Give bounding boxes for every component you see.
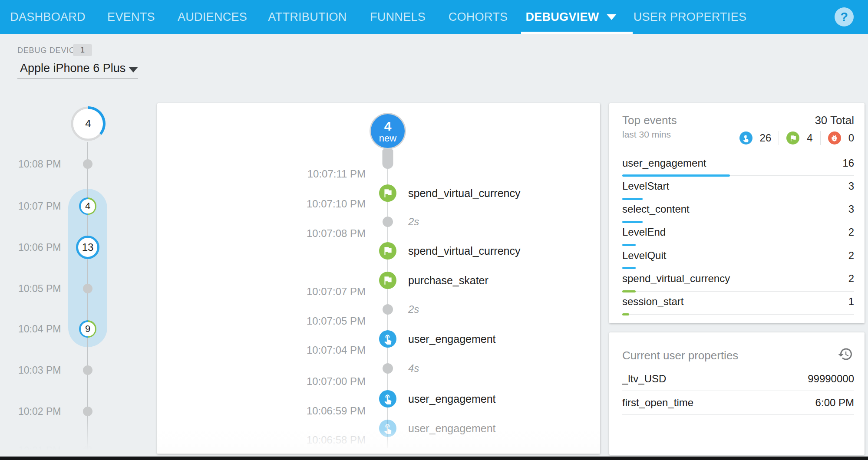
event-stream-panel: 4 new 10:07:11 PMspend_virtual_currency1… [157, 103, 600, 454]
help-icon[interactable]: ? [835, 7, 854, 26]
stream-bottom-fade [157, 430, 600, 454]
rail-time-label: 10:02 PM [18, 405, 75, 417]
tab-label: FUNNELS [370, 10, 426, 24]
rail-minute-dot [83, 365, 92, 375]
history-icon[interactable] [838, 346, 853, 364]
summary-count: 4 [807, 132, 812, 144]
top-event-count: 3 [848, 203, 854, 215]
top-event-count: 16 [842, 157, 854, 169]
active-tab-underline [521, 32, 633, 34]
stream-timestamp: 10:07:05 PM [279, 315, 366, 327]
top-event-row[interactable]: LevelStart3 [622, 176, 854, 199]
event-name[interactable]: purchase_skater [408, 274, 488, 287]
event-name[interactable]: user_engagement [408, 422, 496, 435]
event-type-icon [379, 242, 396, 260]
gap-dot [383, 217, 393, 227]
device-select-value: Apple iPhone 6 Plus [20, 62, 125, 75]
top-events-card: Top events last 30 mins 30 Total 2640 us… [609, 103, 865, 323]
top-event-row[interactable]: select_content3 [622, 199, 854, 222]
flag-icon [382, 245, 393, 256]
rail-minute-dot [83, 446, 92, 455]
top-event-row[interactable]: user_engagement16 [622, 153, 854, 176]
flag-icon [382, 275, 393, 286]
top-event-row[interactable]: LevelQuit2 [622, 245, 854, 268]
stream-timestamp: 10:07:00 PM [279, 375, 366, 388]
window-bottom-edge [0, 457, 868, 460]
rail-minute-count[interactable]: 13 [76, 236, 99, 259]
stream-timestamp: 10:07:11 PM [279, 168, 366, 180]
top-event-name: session_start [622, 296, 683, 308]
user-property-name: first_open_time [622, 397, 693, 409]
rail-minute-dot [83, 159, 92, 169]
top-event-bar [622, 313, 629, 315]
summary-flag-icon [786, 131, 799, 145]
rail-minute-dot [83, 284, 92, 293]
new-events-label: new [379, 133, 396, 143]
user-property-row[interactable]: first_open_time6:00 PM [622, 391, 854, 415]
summary-divider [779, 131, 779, 145]
stream-timestamp: 10:06:58 PM [279, 434, 366, 446]
rail-time-label: 10:04 PM [18, 323, 75, 335]
gap-duration: 2s [408, 303, 419, 315]
tab-audiences[interactable]: AUDIENCES [178, 0, 247, 34]
rail-minute-count-value: 4 [81, 199, 95, 214]
tab-label: EVENTS [107, 10, 155, 24]
top-event-name: user_engagement [622, 157, 706, 169]
user-property-row[interactable]: _ltv_USD99990000 [622, 367, 854, 391]
top-event-count: 2 [848, 273, 854, 285]
top-events-subtitle: last 30 mins [622, 129, 671, 140]
top-event-row[interactable]: spend_virtual_currency2 [622, 268, 854, 291]
top-event-row[interactable]: LevelEnd2 [622, 222, 854, 245]
rail-time-label: 10:03 PM [18, 364, 75, 376]
bug-icon [830, 134, 838, 142]
user-properties-card: Current user properties _ltv_USD99990000… [609, 332, 865, 455]
stream-timestamp: 10:07:07 PM [279, 286, 366, 298]
tab-label: DEBUGVIEW [525, 10, 599, 24]
stream-timestamp: 10:07:08 PM [279, 227, 366, 240]
tab-debugview[interactable]: DEBUGVIEW [525, 0, 616, 34]
event-name[interactable]: spend_virtual_currency [408, 244, 520, 257]
event-name[interactable]: user_engagement [408, 392, 496, 405]
user-property-name: _ltv_USD [622, 373, 666, 385]
event-type-icon [379, 420, 396, 437]
chevron-down-icon [129, 67, 138, 72]
seconds-countdown-circle[interactable]: 4 [70, 106, 106, 141]
summary-count: 26 [760, 132, 772, 144]
rail-time-label: 10:08 PM [18, 158, 75, 170]
new-events-pin[interactable]: 4 new [371, 114, 405, 148]
event-type-icon [379, 184, 396, 202]
summary-count: 0 [848, 132, 854, 144]
device-select[interactable]: Apple iPhone 6 Plus [17, 60, 138, 79]
top-event-name: LevelEnd [622, 226, 666, 238]
top-events-total: 30 Total [815, 114, 854, 127]
top-nav: DASHBOARDEVENTSAUDIENCESATTRIBUTIONFUNNE… [0, 0, 868, 34]
top-event-row[interactable]: session_start1 [622, 292, 854, 315]
countdown-count: 4 [70, 106, 106, 141]
event-type-icon [379, 272, 396, 289]
rail-minute-count-value: 9 [81, 322, 95, 336]
debugview-screen: DASHBOARDEVENTSAUDIENCESATTRIBUTIONFUNNE… [0, 0, 868, 460]
user-property-value: 99990000 [808, 373, 854, 385]
rail-minute-count[interactable]: 4 [79, 197, 96, 215]
tab-events[interactable]: EVENTS [107, 0, 155, 34]
top-event-count: 1 [848, 296, 854, 308]
debug-device-label: DEBUG DEVICE [17, 46, 81, 55]
top-event-count: 3 [848, 180, 854, 192]
new-events-count: 4 [384, 119, 392, 133]
rail-time-label: 10:01 PM [18, 444, 75, 457]
tab-label: AUDIENCES [178, 10, 247, 24]
tab-dashboard[interactable]: DASHBOARD [10, 0, 86, 34]
top-event-name: LevelQuit [622, 250, 666, 262]
user-properties-title: Current user properties [622, 349, 738, 362]
tab-funnels[interactable]: FUNNELS [370, 0, 426, 34]
event-name[interactable]: spend_virtual_currency [408, 187, 520, 200]
rail-minute-count[interactable]: 9 [79, 320, 96, 338]
tab-user-properties[interactable]: USER PROPERTIES [634, 0, 747, 34]
event-name[interactable]: user_engagement [408, 332, 496, 345]
stream-timestamp: 10:06:59 PM [279, 405, 366, 417]
gap-duration: 4s [408, 362, 419, 375]
tab-attribution[interactable]: ATTRIBUTION [268, 0, 347, 34]
top-event-count: 2 [848, 226, 854, 238]
tab-label: DASHBOARD [10, 10, 86, 24]
tab-cohorts[interactable]: COHORTS [449, 0, 508, 34]
